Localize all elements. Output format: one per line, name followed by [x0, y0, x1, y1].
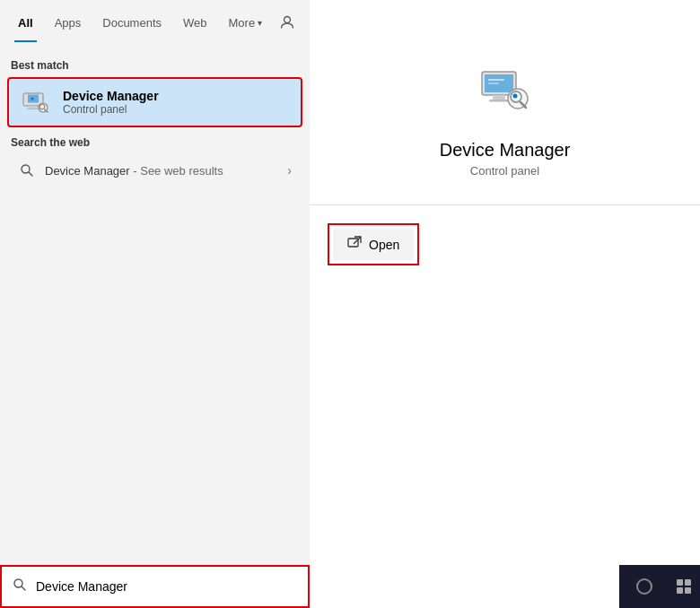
svg-rect-16 [489, 100, 509, 102]
svg-rect-27 [677, 587, 683, 594]
svg-rect-3 [30, 106, 37, 109]
svg-rect-15 [493, 95, 505, 100]
best-match-label: Best match [0, 52, 310, 75]
best-match-subtitle: Control panel [63, 103, 159, 116]
tab-apps[interactable]: Apps [44, 4, 92, 42]
best-match-item[interactable]: Device Manager Control panel [7, 77, 302, 127]
web-search-item[interactable]: Device Manager - See web results › [7, 154, 302, 187]
tabs-row: All Apps Documents Web More ▾ ··· ✕ [0, 0, 310, 45]
user-icon-btn[interactable] [273, 8, 302, 37]
app-detail-title: Device Manager [440, 140, 571, 161]
search-web-label: Search the web [0, 129, 310, 152]
open-icon [347, 236, 362, 253]
taskbar-circle-btn[interactable] [626, 569, 662, 604]
svg-rect-4 [27, 109, 39, 110]
svg-line-10 [29, 172, 32, 176]
tab-web[interactable]: Web [172, 4, 218, 42]
svg-rect-21 [488, 83, 499, 84]
app-detail-subtitle: Control panel [470, 164, 539, 178]
taskbar-grid-btn[interactable] [666, 569, 700, 604]
best-match-title: Device Manager [63, 89, 159, 103]
svg-point-8 [31, 98, 34, 100]
device-manager-icon-large [469, 54, 541, 126]
device-manager-icon-small [20, 86, 52, 118]
arrow-right-icon: › [287, 163, 292, 178]
svg-line-24 [354, 237, 361, 244]
tab-documents[interactable]: Documents [92, 4, 172, 42]
svg-point-22 [512, 94, 517, 99]
tab-more[interactable]: More ▾ [218, 4, 274, 42]
grid-icon [675, 578, 693, 595]
taskbar: T wsxdn.com [619, 565, 700, 608]
svg-rect-23 [348, 239, 358, 247]
search-panel: All Apps Documents Web More ▾ ··· ✕ [0, 0, 310, 608]
search-icon [18, 161, 36, 179]
open-button[interactable]: Open [333, 229, 414, 260]
svg-line-12 [22, 586, 25, 590]
svg-rect-28 [685, 587, 691, 594]
right-panel: Device Manager Control panel Open [310, 0, 700, 608]
search-content: Best match Device [0, 45, 310, 565]
web-search-text: Device Manager - See web results [45, 164, 278, 178]
divider [310, 204, 700, 205]
circle-icon [636, 578, 652, 595]
chevron-down-icon: ▾ [258, 18, 262, 28]
search-input[interactable] [36, 579, 297, 594]
best-match-text: Device Manager Control panel [63, 89, 159, 116]
search-box[interactable] [0, 565, 310, 608]
search-box-icon [13, 578, 27, 595]
svg-rect-26 [685, 579, 691, 586]
svg-rect-20 [488, 79, 504, 81]
tab-all[interactable]: All [7, 4, 44, 42]
svg-rect-25 [677, 579, 683, 586]
svg-point-0 [284, 17, 291, 23]
open-button-wrapper: Open [328, 223, 419, 265]
